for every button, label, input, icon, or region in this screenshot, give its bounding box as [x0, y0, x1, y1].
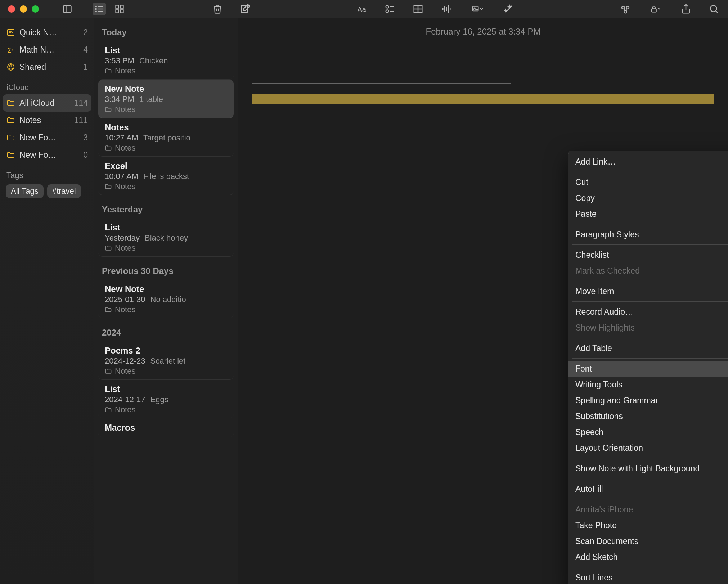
folders-sidebar: Quick N…2∑xMath N…4Shared1 iCloud All iC… — [0, 18, 94, 584]
note-item[interactable]: New Note 3:34 PM1 table Notes — [98, 80, 234, 118]
close-window-button[interactable] — [8, 5, 15, 13]
folder-row[interactable]: All iCloud114 — [3, 94, 91, 112]
section-icloud: iCloud — [3, 76, 91, 94]
menu-item[interactable]: Take Photo — [568, 517, 728, 533]
note-item[interactable]: Excel 10:07 AMFile is backst Notes — [98, 157, 234, 195]
svg-text:Aa: Aa — [358, 5, 367, 13]
menu-item[interactable]: Scan Documents — [568, 533, 728, 549]
folder-count: 0 — [83, 150, 88, 160]
menu-item-label: Speech — [575, 427, 603, 437]
menu-item[interactable]: Spelling and Grammar› — [568, 392, 728, 408]
folder-icon — [6, 133, 15, 142]
compose-icon[interactable] — [238, 3, 252, 15]
minimize-window-button[interactable] — [20, 5, 27, 13]
context-menu[interactable]: Add Link…⌘ KCutCopyPasteParagraph Styles… — [568, 151, 728, 584]
note-folder: Notes — [105, 66, 227, 76]
tag-chip[interactable]: #travel — [47, 184, 81, 198]
menu-item-label: Amrita's iPhone — [575, 505, 633, 515]
svg-line-34 — [716, 11, 718, 13]
menu-item[interactable]: Layout Orientation› — [568, 440, 728, 456]
grid-view-icon[interactable] — [113, 3, 126, 15]
folder-label: Quick N… — [19, 28, 79, 37]
folder-count: 4 — [83, 45, 88, 55]
note-preview: Eggs — [150, 395, 168, 404]
link-icon[interactable] — [619, 3, 632, 15]
menu-item[interactable]: Move Item› — [568, 283, 728, 299]
editor-body[interactable]: Add Link…⌘ KCutCopyPasteParagraph Styles… — [238, 40, 728, 584]
note-table[interactable] — [252, 47, 511, 84]
lock-icon[interactable] — [647, 3, 665, 15]
share-icon[interactable] — [679, 3, 693, 15]
note-time: 3:34 PM — [105, 95, 134, 104]
menu-item[interactable]: Checklist⇧ ⌘ L — [568, 247, 728, 263]
menu-item-label: Sort Lines — [575, 573, 613, 583]
magic-icon[interactable] — [502, 3, 516, 15]
zoom-window-button[interactable] — [32, 5, 39, 13]
menu-item-label: Move Item — [575, 287, 614, 296]
note-item[interactable]: List 3:53 PMChicken Notes — [98, 41, 234, 80]
note-item[interactable]: List YesterdayBlack honey Notes — [98, 218, 234, 257]
note-time: 10:07 AM — [105, 172, 138, 181]
folder-count: 2 — [83, 28, 88, 37]
folder-label: All iCloud — [19, 98, 70, 108]
menu-separator — [572, 567, 728, 567]
titlebar: Aa — [0, 0, 728, 18]
folder-row[interactable]: New Fo…3 — [3, 129, 91, 146]
window-controls — [0, 5, 39, 13]
menu-item[interactable]: Add Sketch — [568, 549, 728, 565]
tag-chip[interactable]: All Tags — [6, 184, 44, 198]
menu-separator — [572, 244, 728, 245]
note-item[interactable]: Notes 10:27 AMTarget positio Notes — [98, 118, 234, 157]
smart-folder[interactable]: ∑xMath N…4 — [3, 41, 91, 58]
note-item[interactable]: New Note 2025-01-30No additio Notes — [98, 280, 234, 318]
folder-count: 1 — [83, 62, 88, 72]
note-item[interactable]: List 2024-12-17Eggs Notes — [98, 380, 234, 418]
menu-item[interactable]: Writing Tools› — [568, 377, 728, 392]
list-view-icon[interactable] — [93, 3, 106, 15]
table-icon[interactable] — [411, 3, 425, 15]
menu-item[interactable]: Add Link…⌘ K — [568, 154, 728, 170]
media-icon[interactable] — [467, 3, 487, 15]
checklist-icon[interactable] — [383, 3, 397, 15]
note-preview: File is backst — [143, 172, 189, 181]
menu-item[interactable]: Speech› — [568, 424, 728, 440]
svg-rect-0 — [64, 6, 71, 13]
svg-point-38 — [10, 65, 12, 67]
menu-item[interactable]: Paragraph Styles› — [568, 226, 728, 242]
menu-item-label: Cut — [575, 178, 588, 187]
audio-icon[interactable] — [439, 3, 453, 15]
format-text-icon[interactable]: Aa — [355, 3, 369, 15]
toggle-sidebar-icon[interactable] — [60, 3, 74, 15]
note-title: List — [105, 384, 227, 394]
folder-label: Notes — [19, 116, 70, 125]
menu-item[interactable]: Cut — [568, 174, 728, 190]
note-item[interactable]: Macros — [98, 418, 234, 437]
menu-item[interactable]: Substitutions› — [568, 408, 728, 424]
menu-separator — [572, 224, 728, 224]
note-preview: Scarlet let — [150, 356, 186, 366]
search-icon[interactable] — [707, 3, 721, 15]
note-folder: Notes — [105, 243, 227, 253]
folder-icon — [6, 116, 15, 125]
svg-point-33 — [710, 5, 717, 12]
svg-point-5 — [96, 6, 96, 7]
menu-separator — [572, 301, 728, 302]
menu-item[interactable]: Record Audio… — [568, 304, 728, 320]
folder-row[interactable]: Notes111 — [3, 112, 91, 129]
menu-item[interactable]: Sort Lines — [568, 570, 728, 584]
menu-item[interactable]: AutoFill› — [568, 481, 728, 497]
menu-item[interactable]: Paste — [568, 206, 728, 222]
menu-item-label: Show Highlights — [575, 323, 635, 333]
folder-label: Math N… — [19, 45, 79, 55]
smart-folder[interactable]: Shared1 — [3, 58, 91, 76]
menu-item[interactable]: Show Note with Light Background — [568, 461, 728, 476]
folder-icon — [6, 151, 15, 159]
note-item[interactable]: Poems 2 2024-12-23Scarlet let Notes — [98, 341, 234, 380]
folder-row[interactable]: New Fo…0 — [3, 146, 91, 163]
menu-item[interactable]: Font› — [568, 361, 728, 377]
menu-item-label: Checklist — [575, 250, 609, 260]
smart-folder[interactable]: Quick N…2 — [3, 24, 91, 41]
trash-icon[interactable] — [211, 3, 224, 15]
menu-item[interactable]: Copy — [568, 190, 728, 206]
menu-item[interactable]: Add Table⌥ ⌘ T — [568, 340, 728, 356]
